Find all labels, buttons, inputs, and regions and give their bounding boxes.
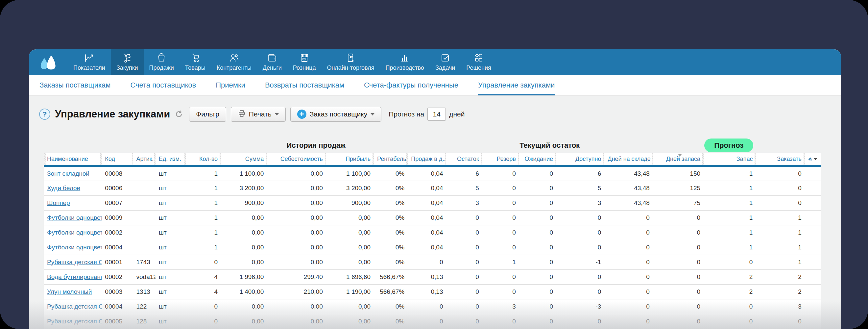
group-current-stock: Текущий остаток (446, 138, 653, 153)
group-sales-history: История продаж (186, 138, 446, 153)
col-naimenovanie[interactable]: Наименование (44, 153, 102, 166)
nav-item-zakupki[interactable]: Закупки (111, 49, 144, 75)
chevron-down-icon (275, 113, 279, 116)
forecast-days-input[interactable] (427, 108, 446, 121)
table-row: Рубашка детская С...00004122шт00,000,000… (44, 299, 820, 314)
plus-icon: + (297, 110, 306, 119)
col-zakazat[interactable]: Заказать (756, 153, 805, 166)
nav-label: Задачи (435, 65, 455, 73)
help-icon[interactable]: ? (39, 109, 50, 120)
forecast-suffix-label: дней (449, 110, 465, 118)
table-body: Зонт складной00008шт11 100,000,001 100,0… (44, 166, 820, 329)
col-sebestoimost[interactable]: Себестоимость (267, 153, 326, 166)
order-to-supplier-button[interactable]: + Заказ поставщику (290, 107, 382, 122)
goods-icon (189, 51, 201, 64)
col-kod[interactable]: Код (102, 153, 133, 166)
section-tabs: Заказы поставщикам Счета поставщиков При… (29, 75, 841, 96)
purchase-management-table: История продаж Текущий остаток Прогноз Н… (44, 138, 820, 329)
table-row: Рубашка детская С...00005128шт00,000,000… (44, 314, 820, 329)
nav-label: Деньги (263, 65, 282, 73)
col-settings[interactable] (805, 153, 820, 166)
table-row: Улун молочный000031313шт41 400,00210,001… (44, 284, 820, 299)
tab-schety-faktury[interactable]: Счета-фактуры полученные (364, 75, 458, 95)
desktop-background: Показатели Закупки Продажи Товары (0, 0, 868, 329)
app-window: Показатели Закупки Продажи Товары (29, 49, 841, 329)
tab-zakazy-postavshchikam[interactable]: Заказы поставщикам (39, 75, 111, 95)
nav-item-pokazateli[interactable]: Показатели (68, 49, 111, 75)
nav-label: Продажи (149, 65, 174, 73)
filter-button-label: Фильтр (196, 110, 219, 118)
refresh-icon[interactable] (175, 110, 183, 118)
filter-button[interactable]: Фильтр (189, 107, 226, 122)
production-icon (399, 51, 411, 64)
table-row: Футболки одноцвет...00009шт10,000,000,00… (44, 210, 820, 225)
col-rentabelnost[interactable]: Рентабельн... (374, 153, 408, 166)
moysklad-logo[interactable] (29, 49, 68, 75)
nav-item-prodazhi[interactable]: Продажи (144, 49, 180, 75)
nav-item-online-torgovlya[interactable]: Онлайн-торговля (321, 49, 380, 75)
table-header-row: Наименование Код Артик... Ед. изм. Кол-в… (44, 153, 820, 166)
tab-scheta-postavshchikov[interactable]: Счета поставщиков (130, 75, 196, 95)
online-trade-icon (345, 51, 356, 64)
tab-upravlenie-zakupkami[interactable]: Управление закупками (478, 75, 555, 95)
order-button-label: Заказ поставщику (310, 110, 368, 118)
table-row: Футболки одноцвет...00002шт10,000,000,00… (44, 225, 820, 240)
product-link[interactable]: Улун молочный (47, 288, 92, 295)
group-forecast-badge: Прогноз (704, 139, 753, 152)
forecast-control: Прогноз на дней (389, 108, 465, 121)
product-link[interactable]: Вода бутилированн... (47, 273, 102, 280)
nav-label: Товары (185, 65, 206, 73)
nav-item-proizvodstvo[interactable]: Производство (380, 49, 430, 75)
forecast-prefix-label: Прогноз на (389, 110, 424, 118)
product-link[interactable]: Футболки одноцвет... (47, 229, 102, 236)
col-artikul[interactable]: Артик... (133, 153, 156, 166)
col-pribyl[interactable]: Прибыль (326, 153, 374, 166)
metrics-icon (83, 51, 95, 64)
table-row: Футболки одноцвет...00004шт10,000,000,00… (44, 240, 820, 255)
sales-icon (156, 51, 167, 64)
retail-icon (299, 51, 310, 64)
top-navigation: Показатели Закупки Продажи Товары (29, 49, 841, 75)
print-button[interactable]: Печать (231, 107, 286, 122)
nav-label: Производство (386, 65, 424, 73)
product-link[interactable]: Худи белое (47, 185, 80, 191)
col-prodazh-v-den[interactable]: Продаж в д... (408, 153, 446, 166)
product-link[interactable]: Футболки одноцвет... (47, 214, 102, 221)
nav-item-resheniya[interactable]: Решения (461, 49, 496, 75)
nav-label: Закупки (116, 65, 138, 73)
product-link[interactable]: Зонт складной (47, 170, 89, 177)
printer-icon (238, 110, 246, 119)
col-dnei-zapasa[interactable]: Дней запаса (653, 153, 704, 166)
nav-item-kontragenty[interactable]: Контрагенты (211, 49, 257, 75)
tasks-icon (439, 51, 451, 64)
table-group-header-row: История продаж Текущий остаток Прогноз (44, 138, 820, 153)
col-dostupno[interactable]: Доступно (556, 153, 604, 166)
nav-item-dengi[interactable]: Деньги (257, 49, 287, 75)
page-content: ? Управление закупками Фильтр Печать + (29, 96, 841, 329)
col-ed-izm[interactable]: Ед. изм. (156, 153, 186, 166)
product-link[interactable]: Шоппер (47, 199, 70, 206)
table-row: Рубашка детская С...000011743шт00,000,00… (44, 255, 820, 269)
col-rezerv[interactable]: Резерв (482, 153, 519, 166)
nav-item-roznitsa[interactable]: Розница (287, 49, 321, 75)
product-link[interactable]: Рубашка детская С... (47, 318, 102, 325)
counterparties-icon (228, 51, 240, 64)
col-ozhidanie[interactable]: Ожидание (519, 153, 556, 166)
product-link[interactable]: Рубашка детская С... (47, 259, 102, 266)
col-zapas[interactable]: Запас (704, 153, 756, 166)
nav-label: Онлайн-торговля (327, 65, 374, 73)
col-dnei-na-sklade[interactable]: Дней на складе (604, 153, 653, 166)
product-link[interactable]: Рубашка детская С... (47, 303, 102, 310)
nav-item-tovary[interactable]: Товары (180, 49, 211, 75)
col-summa[interactable]: Сумма (221, 153, 267, 166)
nav-item-zadachi[interactable]: Задачи (430, 49, 461, 75)
toolbar: ? Управление закупками Фильтр Печать + (39, 107, 820, 122)
col-ostatok[interactable]: Остаток (446, 153, 482, 166)
tab-vozvraty-postavshchikam[interactable]: Возвраты поставщикам (265, 75, 344, 95)
sort-desc-icon (678, 154, 682, 156)
tab-priemki[interactable]: Приемки (216, 75, 245, 95)
table-row: Зонт складной00008шт11 100,000,001 100,0… (44, 166, 820, 181)
nav-label: Розница (293, 65, 316, 73)
product-link[interactable]: Футболки одноцвет... (47, 244, 102, 251)
col-kol-vo[interactable]: Кол-во (186, 153, 221, 166)
